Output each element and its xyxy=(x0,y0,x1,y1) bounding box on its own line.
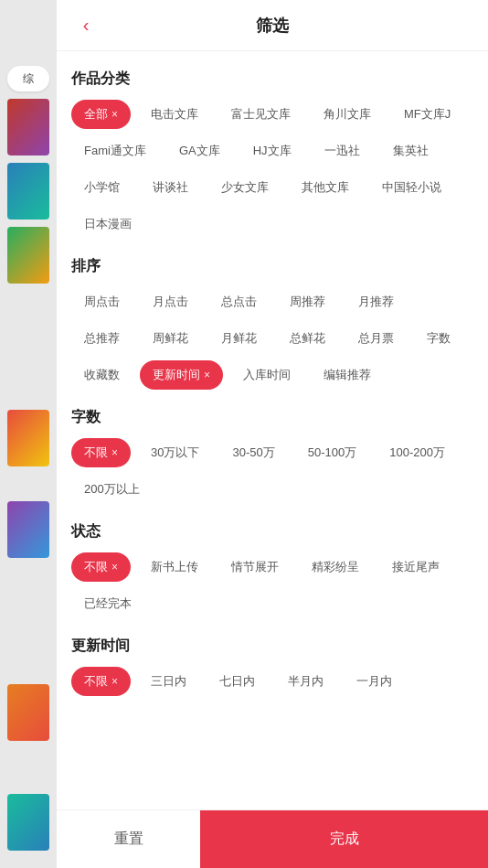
book-cover-3 xyxy=(7,227,49,284)
close-不限-status-icon[interactable]: × xyxy=(111,561,118,573)
filter-panel: ‹ 筛选 作品分类 全部 × 电击文库 富士见文库 角川文库 MF文库J Fam… xyxy=(57,0,488,868)
tag-月点击[interactable]: 月点击 xyxy=(140,287,201,316)
status-tags: 不限 × 新书上传 情节展开 精彩纷呈 接近尾声 已经完本 xyxy=(71,552,473,618)
tag-一月内[interactable]: 一月内 xyxy=(344,667,405,696)
sort-tags: 周点击 月点击 总点击 周推荐 月推荐 总推荐 周鲜花 月鲜花 总鲜花 总月票 … xyxy=(71,287,473,390)
tag-不限-update[interactable]: 不限 × xyxy=(71,667,131,696)
tag-少女文库[interactable]: 少女文库 xyxy=(208,173,281,202)
tag-新书上传[interactable]: 新书上传 xyxy=(138,552,211,582)
close-更新时间-icon[interactable]: × xyxy=(204,369,210,381)
tag-编辑推荐[interactable]: 编辑推荐 xyxy=(311,360,384,390)
tag-总点击[interactable]: 总点击 xyxy=(208,287,270,316)
tag-日本漫画[interactable]: 日本漫画 xyxy=(71,209,144,239)
reset-button[interactable]: 重置 xyxy=(57,810,200,868)
tag-七日内[interactable]: 七日内 xyxy=(207,667,268,696)
tag-集英社[interactable]: 集英社 xyxy=(380,136,441,166)
filter-title: 筛选 xyxy=(256,15,289,37)
back-button[interactable]: ‹ xyxy=(71,11,101,40)
bottom-bar: 重置 完成 xyxy=(57,809,488,868)
tag-总月票[interactable]: 总月票 xyxy=(345,324,407,353)
tag-富士见文库[interactable]: 富士见文库 xyxy=(218,100,303,129)
book-cover-2 xyxy=(7,163,49,220)
tag-总推荐[interactable]: 总推荐 xyxy=(71,324,133,353)
sidebar-综-tab[interactable]: 综 xyxy=(7,66,49,91)
tag-电击文库[interactable]: 电击文库 xyxy=(138,100,211,129)
tag-半月内[interactable]: 半月内 xyxy=(275,667,336,696)
tag-精彩纷呈[interactable]: 精彩纷呈 xyxy=(299,552,372,582)
tag-100-200万[interactable]: 100-200万 xyxy=(377,438,458,467)
book-cover-6 xyxy=(7,684,49,741)
filter-header: ‹ 筛选 xyxy=(57,0,488,51)
wordcount-title: 字数 xyxy=(71,408,473,427)
tag-入库时间[interactable]: 入库时间 xyxy=(230,360,303,390)
tag-Fami通文库[interactable]: Fami通文库 xyxy=(71,136,159,166)
wordcount-section: 字数 不限 × 30万以下 30-50万 50-100万 100-200万 20… xyxy=(71,408,473,504)
category-tags: 全部 × 电击文库 富士见文库 角川文库 MF文库J Fami通文库 GA文库 … xyxy=(71,100,473,239)
category-section: 作品分类 全部 × 电击文库 富士见文库 角川文库 MF文库J Fami通文库 … xyxy=(71,70,473,239)
tag-周点击[interactable]: 周点击 xyxy=(71,287,133,316)
sort-title: 排序 xyxy=(71,257,473,276)
tag-50-100万[interactable]: 50-100万 xyxy=(295,438,369,467)
update-time-tags: 不限 × 三日内 七日内 半月内 一月内 xyxy=(71,667,473,696)
tag-情节展开[interactable]: 情节展开 xyxy=(218,552,292,582)
page-wrapper: 综 ‹ 筛选 作品分类 全部 × 电击文库 富士见文库 xyxy=(0,0,488,868)
wordcount-tags: 不限 × 30万以下 30-50万 50-100万 100-200万 200万以… xyxy=(71,438,473,504)
tag-三日内[interactable]: 三日内 xyxy=(138,667,199,696)
status-title: 状态 xyxy=(71,522,473,541)
tag-其他文库[interactable]: 其他文库 xyxy=(289,173,362,202)
tag-总鲜花[interactable]: 总鲜花 xyxy=(277,324,338,353)
book-cover-5 xyxy=(7,501,49,558)
close-不限-wordcount-icon[interactable]: × xyxy=(111,446,118,459)
book-cover-4 xyxy=(7,410,49,466)
tag-收藏数[interactable]: 收藏数 xyxy=(71,360,133,390)
book-cover-7 xyxy=(7,794,49,851)
tag-接近尾声[interactable]: 接近尾声 xyxy=(379,552,452,582)
close-全部-icon[interactable]: × xyxy=(111,108,118,121)
tag-200万以上[interactable]: 200万以上 xyxy=(71,475,153,504)
tag-30万以下[interactable]: 30万以下 xyxy=(138,438,212,467)
tag-字数[interactable]: 字数 xyxy=(414,324,463,353)
tag-角川文库[interactable]: 角川文库 xyxy=(311,100,384,129)
tag-全部[interactable]: 全部 × xyxy=(71,100,131,129)
back-icon: ‹ xyxy=(83,15,90,36)
tag-更新时间[interactable]: 更新时间 × xyxy=(140,360,223,390)
tag-一迅社[interactable]: 一迅社 xyxy=(312,136,373,166)
tag-周鲜花[interactable]: 周鲜花 xyxy=(140,324,201,353)
book-cover-1 xyxy=(7,99,49,155)
tag-月推荐[interactable]: 月推荐 xyxy=(345,287,407,316)
tag-HJ文库[interactable]: HJ文库 xyxy=(240,136,304,166)
category-title: 作品分类 xyxy=(71,70,473,89)
tag-30-50万[interactable]: 30-50万 xyxy=(219,438,287,467)
sidebar: 综 xyxy=(0,0,57,868)
tag-小学馆[interactable]: 小学馆 xyxy=(71,173,133,202)
sort-section: 排序 周点击 月点击 总点击 周推荐 月推荐 总推荐 周鲜花 月鲜花 总鲜花 总… xyxy=(71,257,473,390)
tag-讲谈社[interactable]: 讲谈社 xyxy=(140,173,201,202)
tag-GA文库[interactable]: GA文库 xyxy=(166,136,233,166)
tag-周推荐[interactable]: 周推荐 xyxy=(277,287,338,316)
tag-不限-status[interactable]: 不限 × xyxy=(71,552,131,582)
close-不限-update-icon[interactable]: × xyxy=(111,675,118,688)
update-time-section: 更新时间 不限 × 三日内 七日内 半月内 一月内 xyxy=(71,637,473,696)
tag-不限-wordcount[interactable]: 不限 × xyxy=(71,438,131,467)
confirm-button[interactable]: 完成 xyxy=(200,810,488,868)
tag-MF文库J[interactable]: MF文库J xyxy=(391,100,463,129)
tag-月鲜花[interactable]: 月鲜花 xyxy=(208,324,270,353)
sidebar-tab-label: 综 xyxy=(23,71,34,87)
tag-中国轻小说[interactable]: 中国轻小说 xyxy=(369,173,454,202)
update-time-title: 更新时间 xyxy=(71,637,473,656)
tag-已经完本[interactable]: 已经完本 xyxy=(71,589,144,618)
status-section: 状态 不限 × 新书上传 情节展开 精彩纷呈 接近尾声 已经完本 xyxy=(71,522,473,618)
filter-content: 作品分类 全部 × 电击文库 富士见文库 角川文库 MF文库J Fami通文库 … xyxy=(57,51,488,809)
